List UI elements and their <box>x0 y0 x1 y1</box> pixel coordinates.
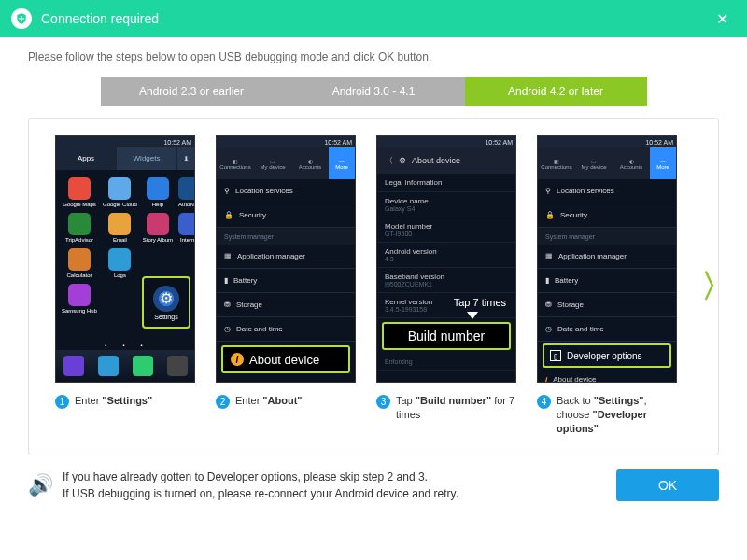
instruction-text: Please follow the steps below to open US… <box>28 50 719 63</box>
phone-screenshot-3: 10:52 AM 〈⚙About device Legal informatio… <box>376 135 516 383</box>
speaker-icon: 🔊 <box>28 473 53 497</box>
tap-7-times-label: Tap 7 times <box>454 297 506 308</box>
tab-android-30[interactable]: Android 3.0 - 4.1 <box>283 77 465 106</box>
phone-screenshot-4: 10:52 AM ◧Connections ▭My device ◐Accoun… <box>537 135 677 383</box>
arrow-down-icon <box>467 312 478 319</box>
tab-android-23[interactable]: Android 2.3 or earlier <box>101 77 283 106</box>
android-version-tabs: Android 2.3 or earlier Android 3.0 - 4.1… <box>28 77 719 106</box>
next-arrow-icon[interactable]: 〉 <box>701 265 733 308</box>
phone-screenshot-1: 10:52 AM AppsWidgets⬇ Google Maps Google… <box>55 135 195 383</box>
footer-message: If you have already gotten to Developer … <box>63 469 607 502</box>
caption-1: Enter "Settings" <box>75 394 152 409</box>
shield-icon <box>11 8 32 29</box>
build-number-highlight: Build number <box>382 322 511 350</box>
settings-highlight: ⚙Settings <box>142 276 190 329</box>
ok-button[interactable]: OK <box>616 469 719 501</box>
tab-android-42[interactable]: Android 4.2 or later <box>465 77 647 106</box>
phone-screenshot-2: 10:52 AM ◧Connections ▭My device ◐Accoun… <box>216 135 356 383</box>
caption-3: Tap "Build number" for 7 times <box>396 394 516 422</box>
window-title: Connection required <box>41 11 709 26</box>
caption-2: Enter "About" <box>235 394 303 409</box>
caption-4: Back to "Settings", choose "Developer op… <box>557 394 677 436</box>
steps-panel: 10:52 AM AppsWidgets⬇ Google Maps Google… <box>28 118 719 455</box>
developer-options-highlight: {}Developer options <box>543 343 671 368</box>
close-icon[interactable]: ✕ <box>709 7 736 32</box>
about-device-highlight: iAbout device <box>221 345 350 373</box>
